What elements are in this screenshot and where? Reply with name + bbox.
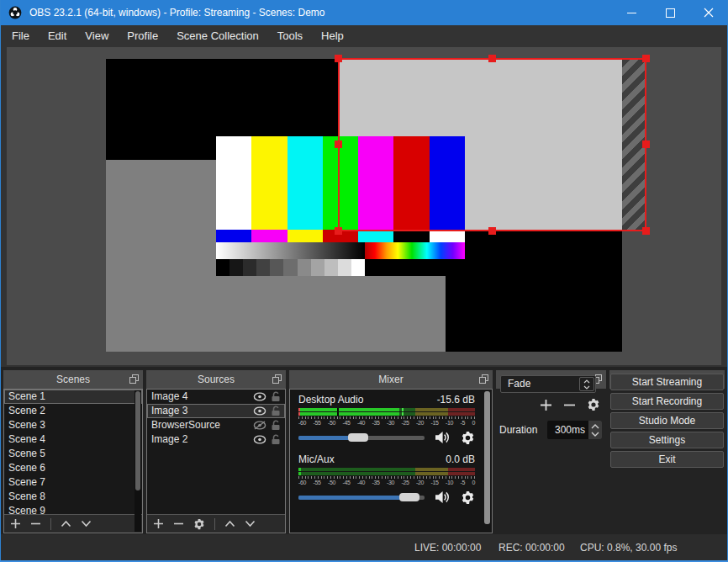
menu-item[interactable]: Profile [118, 25, 167, 46]
source-list-item[interactable]: BrowserSource [147, 418, 285, 432]
popout-icon[interactable] [272, 374, 282, 384]
ruler-label: -20 [416, 480, 424, 485]
control-button[interactable]: Studio Mode [610, 412, 724, 429]
ruler-label: -50 [328, 480, 335, 485]
scenes-scrollbar-thumb[interactable] [135, 391, 140, 490]
color-bar [430, 230, 465, 242]
menu-item[interactable]: View [76, 25, 118, 46]
scenes-list[interactable]: Scene 1Scene 2Scene 3Scene 4Scene 5Scene… [4, 390, 142, 514]
popout-icon[interactable] [479, 374, 488, 384]
speaker-icon[interactable] [435, 431, 451, 444]
meter-ruler-ticks [298, 476, 475, 479]
source-up-button[interactable] [224, 520, 235, 528]
toolbar-separator [214, 518, 215, 530]
scene-list-item[interactable]: Scene 7 [4, 475, 142, 490]
remove-transition-button[interactable] [563, 399, 576, 411]
resize-handle-top-left[interactable] [335, 55, 342, 62]
volume-slider-handle[interactable] [399, 493, 419, 501]
ruler-label: -10 [446, 420, 453, 426]
sources-list[interactable]: Image 4 Image 3 [147, 390, 285, 514]
channel-name: Mic/Aux [298, 453, 335, 465]
visibility-eye-icon[interactable] [253, 392, 266, 401]
scene-list-item[interactable]: Scene 9 [4, 504, 142, 514]
speaker-icon[interactable] [435, 490, 451, 504]
visibility-eye-hidden-icon[interactable] [253, 421, 266, 430]
scene-list-item[interactable]: Scene 8 [4, 490, 142, 504]
resize-handle-bottom-center[interactable] [488, 227, 496, 235]
resize-handle-bottom-right[interactable] [642, 227, 650, 235]
resize-handle-bottom-left[interactable] [335, 227, 342, 235]
remove-scene-button[interactable] [30, 518, 41, 529]
add-transition-button[interactable] [540, 399, 552, 411]
close-button[interactable] [689, 0, 728, 25]
channel-name: Desktop Audio [298, 394, 363, 406]
mixer-scrollbar[interactable] [483, 390, 490, 532]
ruler-label: -45 [343, 420, 351, 426]
menu-item[interactable]: Tools [268, 25, 312, 46]
minimize-button[interactable] [612, 0, 651, 25]
source-list-item[interactable]: Image 3 [147, 404, 285, 418]
maximize-button[interactable] [651, 0, 689, 25]
channel-settings-gear-icon[interactable] [461, 490, 475, 505]
lock-open-icon[interactable] [271, 420, 281, 431]
volume-slider[interactable] [298, 433, 425, 442]
scene-list-item[interactable]: Scene 2 [4, 404, 142, 418]
mixer-panel-header[interactable]: Mixer [289, 370, 493, 389]
menu-item[interactable]: Help [312, 25, 353, 46]
lock-open-icon[interactable] [271, 391, 281, 402]
menu-item[interactable]: File [3, 25, 39, 46]
ruler-label: -5 [461, 480, 466, 485]
volume-slider[interactable] [298, 493, 425, 501]
volume-slider-handle[interactable] [348, 433, 368, 442]
ruler-label: -30 [387, 420, 394, 426]
preview-area[interactable] [7, 47, 721, 365]
lock-open-icon[interactable] [271, 434, 281, 445]
transition-properties-gear-icon[interactable] [587, 398, 600, 411]
sources-panel-header[interactable]: Sources [146, 370, 286, 389]
resize-handle-mid-left[interactable] [335, 140, 342, 148]
scene-list-item[interactable]: Scene 5 [4, 447, 142, 461]
source-list-item[interactable]: Image 4 [147, 390, 285, 404]
scene-up-button[interactable] [61, 520, 71, 528]
source-properties-gear-icon[interactable] [193, 518, 205, 530]
color-bar [216, 136, 251, 230]
selection-bounding-box[interactable] [338, 58, 646, 231]
remove-source-button[interactable] [173, 518, 184, 529]
resize-handle-mid-right[interactable] [642, 140, 650, 148]
resize-handle-top-right[interactable] [642, 55, 650, 62]
gray-step [338, 259, 351, 276]
duration-spinbox[interactable]: 300ms [547, 421, 602, 439]
duration-spinner[interactable] [588, 421, 602, 439]
popout-icon[interactable] [129, 374, 139, 384]
add-scene-button[interactable] [10, 518, 21, 529]
channel-settings-gear-icon[interactable] [461, 431, 475, 445]
scene-list-item[interactable]: Scene 4 [4, 432, 142, 447]
combo-spinner[interactable] [579, 377, 594, 391]
scene-list-item[interactable]: Scene 6 [4, 461, 142, 475]
scene-list-item[interactable]: Scene 3 [4, 418, 142, 432]
control-button[interactable]: Exit [610, 451, 724, 468]
scenes-scrollbar[interactable] [135, 390, 141, 532]
meter-ruler-labels: -60-55-50-45-40-35-30-25-20-15-10-50 [298, 420, 475, 426]
transition-select[interactable]: Fade [500, 375, 596, 393]
mixer-scrollbar-thumb[interactable] [484, 391, 490, 524]
control-button[interactable]: Settings [610, 432, 724, 448]
control-button[interactable]: Start Recording [610, 393, 724, 410]
sources-toolbar [147, 514, 285, 533]
source-down-button[interactable] [245, 520, 256, 528]
menu-item[interactable]: Scene Collection [167, 25, 268, 46]
control-button[interactable]: Start Streaming [610, 374, 724, 390]
ruler-label: 0 [472, 420, 475, 426]
visibility-eye-icon[interactable] [253, 435, 266, 444]
menu-item[interactable]: Edit [39, 25, 76, 46]
source-list-item[interactable]: Image 2 [147, 432, 285, 447]
scenes-panel-header[interactable]: Scenes [3, 370, 143, 389]
color-bar [393, 230, 429, 242]
scene-list-item[interactable]: Scene 1 [4, 390, 142, 404]
visibility-eye-icon[interactable] [253, 406, 266, 416]
gray-step [351, 259, 365, 276]
resize-handle-top-center[interactable] [488, 55, 496, 62]
lock-open-icon[interactable] [271, 406, 281, 416]
scene-down-button[interactable] [81, 520, 92, 528]
add-source-button[interactable] [153, 518, 164, 529]
